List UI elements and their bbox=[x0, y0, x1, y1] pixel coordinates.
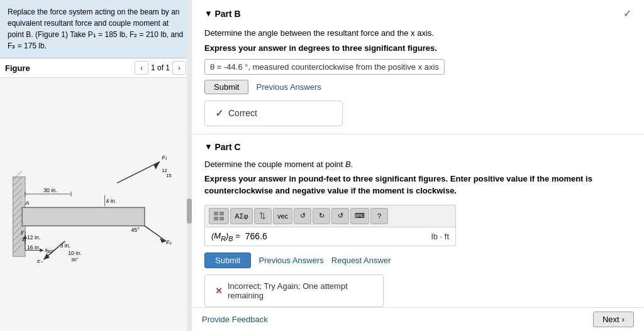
svg-text:A: A bbox=[25, 199, 29, 206]
math-label: (MR)B = bbox=[211, 231, 240, 242]
beam-svg: A B 30 in. 4 in. 12 in. 1 bbox=[8, 146, 184, 263]
right-panel: ▼ Part B ✓ Determine the angle between t… bbox=[192, 0, 644, 331]
left-scrollbar[interactable] bbox=[187, 0, 192, 331]
toolbar-refresh-btn[interactable]: ↺ bbox=[331, 208, 349, 224]
part-b-submit-row: Submit Previous Answers bbox=[204, 80, 631, 94]
figure-nav: ‹ 1 of 1 › bbox=[135, 61, 186, 75]
svg-text:4 in.: 4 in. bbox=[106, 198, 117, 204]
svg-text:30 in.: 30 in. bbox=[43, 187, 57, 193]
feedback-link[interactable]: Provide Feedback bbox=[202, 315, 268, 324]
correct-box: ✓ Correct bbox=[204, 100, 343, 126]
part-c-header: ▼ Part C bbox=[204, 142, 631, 152]
toolbar-arrows-btn[interactable]: ⇅ bbox=[254, 208, 272, 224]
part-c-request-answer-link[interactable]: Request Answer bbox=[331, 256, 391, 265]
part-b-answer-row: θ = -44.6 °, measured counterclockwise f… bbox=[204, 59, 631, 75]
toolbar-greek-btn[interactable]: ΑΣφ bbox=[230, 208, 253, 224]
part-c-submit-button[interactable]: Submit bbox=[204, 252, 251, 268]
figure-page: 1 of 1 bbox=[151, 63, 170, 72]
figure-area: Figure ‹ 1 of 1 › bbox=[0, 58, 191, 331]
svg-rect-48 bbox=[214, 212, 218, 215]
figure-image: A B 30 in. 4 in. 12 in. 1 bbox=[0, 78, 191, 331]
part-c-label: Part C bbox=[215, 142, 241, 152]
svg-rect-14 bbox=[22, 207, 145, 225]
scroll-thumb[interactable] bbox=[187, 198, 192, 224]
part-b-answer-field: θ = -44.6 °, measured counterclockwise f… bbox=[204, 59, 445, 75]
svg-text:30°: 30° bbox=[71, 257, 79, 263]
svg-text:10 in.: 10 in. bbox=[68, 250, 81, 256]
next-arrow-icon: › bbox=[622, 315, 625, 324]
part-c-section: ▼ Part C Determine the couple moment at … bbox=[192, 134, 644, 318]
svg-text:3 in.: 3 in. bbox=[60, 242, 71, 249]
figure-header: Figure ‹ 1 of 1 › bbox=[0, 58, 191, 78]
part-c-question: Determine the couple moment at point B. bbox=[204, 160, 631, 169]
next-label: Next bbox=[602, 315, 619, 324]
toolbar-vec-btn[interactable]: vec bbox=[273, 208, 292, 224]
svg-text:15: 15 bbox=[166, 173, 172, 178]
part-b-collapse-arrow[interactable]: ▼ bbox=[204, 9, 213, 18]
part-b-previous-answers-link[interactable]: Previous Answers bbox=[256, 82, 321, 92]
math-input-field[interactable] bbox=[245, 231, 426, 241]
svg-rect-50 bbox=[214, 217, 218, 220]
figure-prev-button[interactable]: ‹ bbox=[135, 61, 148, 75]
math-unit: lb · ft bbox=[431, 232, 449, 241]
left-panel: Replace the force system acting on the b… bbox=[0, 0, 192, 331]
problem-text: Replace the force system acting on the b… bbox=[8, 8, 183, 50]
svg-text:30°: 30° bbox=[47, 249, 54, 254]
next-button[interactable]: Next › bbox=[593, 312, 634, 327]
toolbar-undo-btn[interactable]: ↺ bbox=[294, 208, 311, 224]
part-b-checkmark: ✓ bbox=[623, 8, 631, 19]
part-b-express: Express your answer in degrees to three … bbox=[204, 43, 631, 53]
svg-text:x: x bbox=[44, 247, 48, 253]
toolbar-help-btn[interactable]: ? bbox=[370, 208, 388, 224]
svg-marker-42 bbox=[40, 249, 43, 252]
svg-text:y: y bbox=[20, 229, 24, 235]
incorrect-box: ✕ Incorrect; Try Again; One attempt rema… bbox=[204, 274, 384, 307]
part-c-express: Express your answer in pound-feet to thr… bbox=[204, 173, 631, 197]
correct-label: Correct bbox=[228, 108, 257, 118]
svg-text:⇅: ⇅ bbox=[259, 211, 266, 220]
svg-text:12 in.: 12 in. bbox=[27, 234, 40, 241]
part-b-section: ▼ Part B ✓ Determine the angle between t… bbox=[192, 0, 644, 134]
incorrect-label: Incorrect; Try Again; One attempt remain… bbox=[228, 281, 373, 300]
toolbar-matrix-btn[interactable] bbox=[209, 208, 229, 224]
correct-checkmark-icon: ✓ bbox=[215, 107, 223, 119]
svg-text:16 in.: 16 in. bbox=[27, 244, 40, 251]
svg-rect-51 bbox=[219, 217, 224, 220]
svg-text:45°: 45° bbox=[131, 227, 139, 233]
toolbar-keyboard-btn[interactable]: ⌨ bbox=[350, 208, 369, 224]
svg-text:F₂: F₂ bbox=[166, 239, 172, 246]
figure-title: Figure bbox=[5, 63, 30, 73]
svg-line-38 bbox=[145, 226, 166, 241]
svg-text:F₁: F₁ bbox=[162, 155, 167, 161]
math-toolbar: ΑΣφ ⇅ vec ↺ ↻ ↺ ⌨ ? bbox=[204, 205, 456, 227]
svg-line-32 bbox=[117, 161, 160, 183]
part-c-collapse-arrow[interactable]: ▼ bbox=[204, 142, 213, 151]
part-b-label: Part B bbox=[215, 9, 241, 19]
part-b-submit-button[interactable]: Submit bbox=[204, 80, 248, 94]
problem-statement: Replace the force system acting on the b… bbox=[0, 0, 191, 58]
bottom-bar: Provide Feedback Next › bbox=[192, 307, 644, 331]
part-c-submit-row: Submit Previous Answers Request Answer bbox=[204, 252, 631, 268]
figure-next-button[interactable]: › bbox=[172, 61, 186, 75]
part-b-header: ▼ Part B ✓ bbox=[204, 8, 631, 19]
incorrect-x-icon: ✕ bbox=[215, 286, 223, 296]
svg-rect-49 bbox=[219, 212, 224, 215]
svg-text:F₃: F₃ bbox=[37, 259, 43, 263]
part-c-previous-answers-link[interactable]: Previous Answers bbox=[258, 256, 323, 265]
math-input-area: (MR)B = lb · ft bbox=[204, 227, 456, 247]
toolbar-redo-btn[interactable]: ↻ bbox=[313, 208, 330, 224]
part-b-question: Determine the angle between the resultan… bbox=[204, 27, 631, 40]
